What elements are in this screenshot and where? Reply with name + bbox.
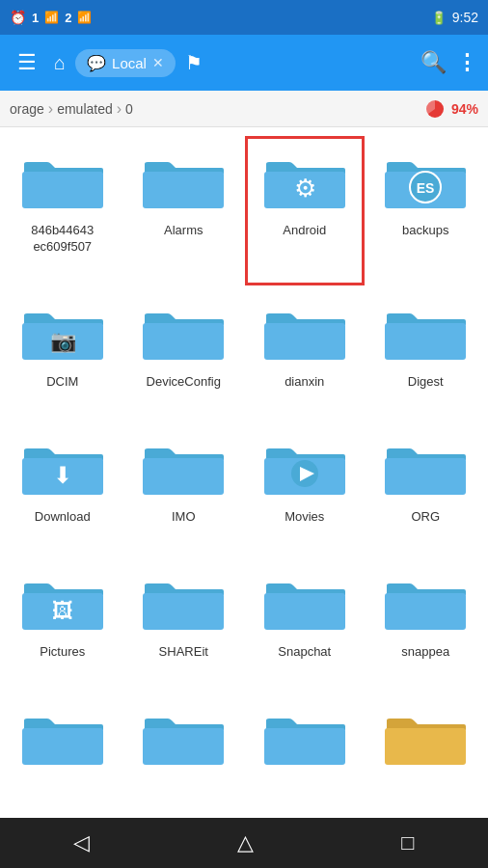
folder-icon [141,147,226,218]
folder-item-folder-dianxin[interactable]: dianxin [246,288,364,420]
folder-item-folder-backups[interactable]: ES backups [367,137,485,285]
svg-rect-22 [143,593,224,630]
home-button[interactable]: ⌂ [54,52,66,74]
folder-icon [262,298,347,369]
svg-text:⚙: ⚙ [293,174,315,203]
back-button[interactable]: ◁ [54,823,109,863]
folder-item-folder-more2[interactable] [125,693,243,808]
svg-rect-28 [385,728,466,765]
folder-label: ORG [411,509,440,526]
storage-pie-chart [424,98,446,120]
folder-label: 846b44643 ec609f507 [31,223,94,256]
folder-icon [141,568,226,639]
status-bar-left: ⏰ 1 📶 2 📶 [10,10,92,25]
folder-label: Download [35,509,91,526]
folder-icon: ES [383,147,468,218]
folder-item-folder-imo[interactable]: IMO [125,423,243,555]
breadcrumb-chevron-1: › [48,100,53,118]
folder-icon [383,568,468,639]
alarm-icon: ⏰ [10,10,26,25]
folder-icon [383,298,468,369]
folder-label: Movies [285,509,324,526]
flag-button[interactable]: ⚑ [185,51,203,74]
signal2-icon: 📶 [77,11,92,24]
svg-rect-27 [264,728,345,765]
folder-item-folder-org[interactable]: ORG [367,423,485,555]
tab-close-button[interactable]: ✕ [152,55,164,70]
tab-icon: 💬 [87,54,106,72]
svg-text:🖼: 🖼 [52,599,73,623]
folder-label: IMO [172,509,196,526]
breadcrumb: orage › emulated › 0 94% [0,91,488,127]
folder-item-folder-shareit[interactable]: SHAREit [125,558,243,690]
folder-item-folder-download[interactable]: ⬇ Download [4,423,122,555]
svg-rect-2 [143,172,224,208]
svg-rect-24 [385,593,466,630]
folder-label: snappea [401,644,449,661]
folder-label: Alarms [164,223,203,239]
svg-text:ES: ES [417,180,435,196]
breadcrumb-chevron-2: › [117,100,122,118]
folder-item-folder-snappea[interactable]: snappea [367,558,485,690]
breadcrumb-emulated[interactable]: emulated [57,101,113,117]
folder-icon: ⬇ [20,433,105,504]
svg-rect-25 [22,728,103,765]
folder-icon: ⚙ [262,147,347,218]
folder-icon [141,298,226,369]
folder-item-folder-snapchat[interactable]: Snapchat [246,558,364,690]
folder-icon [141,433,226,504]
status-bar: ⏰ 1 📶 2 📶 🔋 9:52 [0,0,488,35]
folder-icon: 📷 [20,298,105,369]
svg-rect-11 [264,323,345,360]
folder-label: Digest [408,374,444,391]
status-time: 9:52 [452,10,478,25]
tab-label: Local [112,55,147,71]
folder-icon [20,703,105,774]
folder-label: DCIM [46,374,78,391]
hamburger-button[interactable]: ☰ [10,46,44,79]
folder-item-folder-alarms[interactable]: Alarms [125,137,243,285]
svg-rect-19 [385,458,466,495]
folder-item-folder-pictures[interactable]: 🖼 Pictures [4,558,122,690]
folder-icon [262,703,347,774]
local-tab[interactable]: 💬 Local ✕ [75,49,176,77]
more-options-button[interactable]: ⋮ [456,50,478,75]
folder-item-folder-more3[interactable] [246,693,364,808]
home-nav-button[interactable]: △ [218,823,273,863]
sim2-icon: 2 [65,11,71,25]
folder-label: Snapchat [278,644,331,661]
folder-item-folder-dcim[interactable]: 📷 DCIM [4,288,122,420]
status-bar-right: 🔋 9:52 [431,10,478,25]
breadcrumb-0[interactable]: 0 [125,101,133,117]
folder-item-folder-android[interactable]: ⚙ Android [246,137,364,285]
storage-indicator: 94% [424,98,478,120]
folder-label: DeviceConfig [147,374,221,391]
folder-item-folder-movies[interactable]: Movies [246,423,364,555]
folder-item-folder-digest[interactable]: Digest [367,288,485,420]
folder-item-folder-more4[interactable] [367,693,485,808]
svg-rect-15 [143,458,224,495]
nav-bar: ☰ ⌂ 💬 Local ✕ ⚑ 🔍 ⋮ [0,35,488,91]
svg-rect-10 [143,323,224,360]
folder-label: Pictures [40,644,85,661]
folder-label: SHAREit [159,644,208,661]
folder-icon [383,433,468,504]
file-grid: 846b44643 ec609f507 Alarms ⚙ Android ES … [0,127,488,818]
folder-item-folder-deviceconfig[interactable]: DeviceConfig [125,288,243,420]
search-button[interactable]: 🔍 [420,50,447,75]
folder-item-folder-hash[interactable]: 846b44643 ec609f507 [4,137,122,285]
svg-rect-1 [22,172,103,208]
folder-label: dianxin [285,374,324,391]
folder-icon [262,568,347,639]
folder-icon [141,703,226,774]
sim1-icon: 1 [32,11,39,25]
folder-label: backups [402,223,448,239]
folder-label: Android [283,223,326,239]
svg-text:⬇: ⬇ [53,462,72,488]
recent-apps-button[interactable]: □ [382,823,433,863]
svg-text:📷: 📷 [49,328,76,354]
breadcrumb-storage[interactable]: orage [10,101,44,117]
folder-item-folder-more1[interactable] [4,693,122,808]
folder-icon: 🖼 [20,568,105,639]
battery-icon: 🔋 [431,11,447,25]
